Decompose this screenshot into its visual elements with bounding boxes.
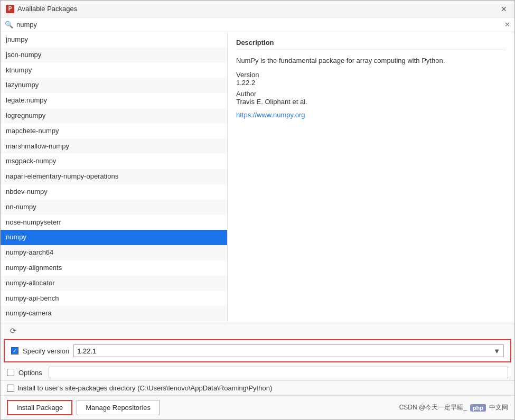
version-dropdown-value: 1.22.1: [77, 347, 96, 355]
install-package-button[interactable]: Install Package: [7, 400, 72, 415]
chinese-text: 中文网: [489, 403, 508, 412]
window-title: Available Packages: [17, 5, 77, 13]
package-list: jnumpyjson-numpyktnumpylazynumpylegate.n…: [1, 32, 228, 322]
close-button[interactable]: ✕: [499, 4, 509, 14]
specify-version-label: Specify version: [23, 347, 69, 355]
options-checkbox[interactable]: [7, 369, 14, 376]
author-value: Travis E. Oliphant et al.: [236, 98, 506, 106]
package-item[interactable]: numpy-aarch64: [1, 245, 227, 260]
package-item[interactable]: mapchete-numpy: [1, 124, 227, 139]
search-bar: 🔍 ✕: [1, 17, 514, 32]
action-buttons: Install Package Manage Repositories: [7, 400, 160, 415]
options-row: Options: [1, 365, 514, 380]
watermark: CSDN @今天一定早睡_ php 中文网: [399, 403, 508, 412]
description-title: Description: [236, 39, 506, 50]
numpy-website-link[interactable]: https://www.numpy.org: [236, 111, 506, 119]
main-content: jnumpyjson-numpyktnumpylazynumpylegate.n…: [1, 32, 514, 322]
install-path-text: Install to user's site-packages director…: [17, 384, 272, 392]
package-item[interactable]: numpy-api-bench: [1, 291, 227, 306]
version-label: Version: [236, 71, 506, 79]
specify-version-checkbox[interactable]: ✓: [11, 347, 18, 354]
package-item[interactable]: numpy-camera: [1, 306, 227, 321]
checkbox-check-icon: ✓: [13, 348, 17, 353]
refresh-icon[interactable]: ⟳: [5, 324, 22, 337]
options-input[interactable]: [49, 367, 508, 378]
package-item[interactable]: nose-numpyseterr: [1, 215, 227, 230]
manage-repositories-button[interactable]: Manage Repositories: [77, 400, 160, 415]
search-input[interactable]: [16, 21, 501, 29]
package-item[interactable]: nn-numpy: [1, 200, 227, 215]
bottom-section: ⟳ ✓ Specify version 1.22.1 ▼ Options Ins…: [1, 322, 514, 419]
package-item[interactable]: lazynumpy: [1, 78, 227, 93]
package-item[interactable]: jnumpy: [1, 32, 227, 48]
php-badge: php: [470, 404, 486, 412]
app-icon: P: [6, 5, 14, 13]
package-item[interactable]: napari-elementary-numpy-operations: [1, 169, 227, 184]
install-path-row: Install to user's site-packages director…: [1, 380, 514, 395]
search-icon: 🔍: [5, 21, 13, 29]
package-item[interactable]: ktnumpy: [1, 63, 227, 78]
watermark-text: CSDN @今天一定早睡_: [399, 403, 467, 412]
package-item[interactable]: legate.numpy: [1, 93, 227, 108]
package-item[interactable]: logregnumpy: [1, 108, 227, 124]
version-dropdown[interactable]: 1.22.1 ▼: [73, 344, 504, 357]
package-item[interactable]: msgpack-numpy: [1, 154, 227, 169]
options-label: Options: [18, 369, 42, 377]
title-bar-left: P Available Packages: [6, 5, 77, 13]
author-label: Author: [236, 90, 506, 98]
description-panel: Description NumPy is the fundamental pac…: [228, 32, 514, 322]
description-main-text: NumPy is the fundamental package for arr…: [236, 55, 506, 67]
specify-version-row: ✓ Specify version 1.22.1 ▼: [4, 339, 511, 362]
package-item[interactable]: numpy-allocator: [1, 276, 227, 291]
dropdown-arrow-icon: ▼: [493, 347, 500, 355]
package-item[interactable]: numpy: [1, 230, 227, 245]
available-packages-window: P Available Packages ✕ 🔍 ✕ jnumpyjson-nu…: [0, 0, 515, 420]
title-bar: P Available Packages ✕: [1, 1, 514, 17]
action-row: Install Package Manage Repositories CSDN…: [1, 395, 514, 419]
version-value: 1.22.2: [236, 79, 506, 87]
package-item[interactable]: json-numpy: [1, 48, 227, 63]
package-item[interactable]: numpy-alignments: [1, 260, 227, 276]
search-clear-icon[interactable]: ✕: [504, 21, 510, 29]
package-item[interactable]: marshmallow-numpy: [1, 139, 227, 154]
install-path-checkbox[interactable]: [7, 385, 14, 392]
package-item[interactable]: nbdev-numpy: [1, 184, 227, 200]
